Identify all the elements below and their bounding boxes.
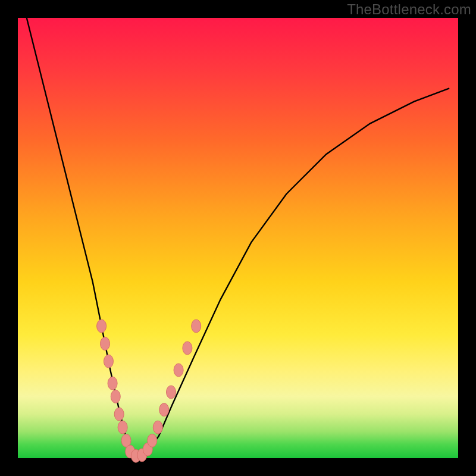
curve-marker (174, 364, 183, 377)
bottleneck-curve (27, 18, 449, 458)
curve-marker (153, 421, 162, 434)
curve-markers (97, 320, 201, 462)
curve-marker (97, 320, 107, 333)
curve-marker (114, 408, 124, 421)
curve-marker (183, 342, 192, 355)
curve-marker (101, 337, 110, 350)
watermark-text: TheBottleneck.com (347, 1, 471, 18)
curve-marker (148, 434, 157, 447)
curve-marker (111, 390, 120, 403)
curve-marker (192, 320, 201, 333)
plot-area (18, 18, 458, 458)
curve-marker (108, 377, 117, 390)
curve-marker (167, 386, 176, 399)
curve-marker (159, 403, 169, 416)
curve-marker (104, 355, 113, 368)
curve-svg (18, 18, 458, 458)
curve-marker (118, 421, 127, 434)
chart-frame: TheBottleneck.com (0, 0, 476, 476)
